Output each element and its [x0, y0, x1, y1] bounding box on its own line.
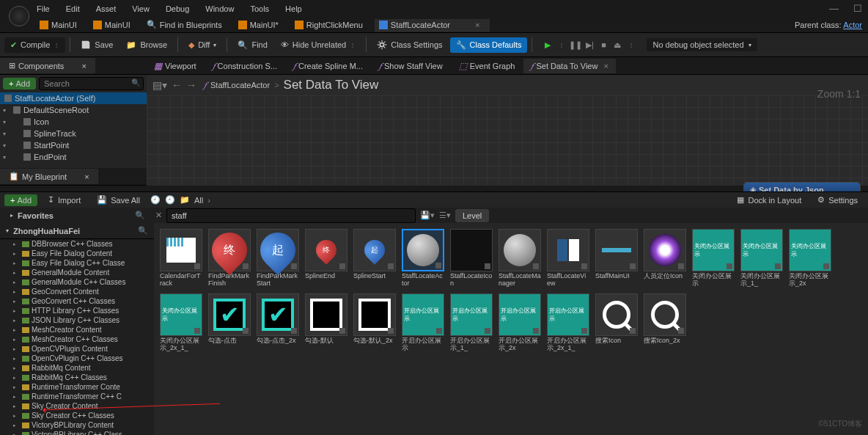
- folder-meshcreator-c-classes[interactable]: MeshCreator C++ Classes: [0, 335, 154, 344]
- filter-icon[interactable]: ☰▾: [439, 211, 451, 220]
- doctab-mainui[interactable]: MainUI: [89, 19, 141, 32]
- graphtab-set-data-to-view[interactable]: 𝑓Set Data To View×: [523, 59, 615, 73]
- folder-sky-creator-c-classes[interactable]: Sky Creator C++ Classes: [0, 411, 154, 420]
- cb-settings-button[interactable]: ⚙Settings: [812, 192, 864, 208]
- folder-victorybplibrary-c-class[interactable]: VictoryBPLibrary C++ Class: [0, 430, 154, 435]
- history-back-icon[interactable]: 🕘: [150, 195, 161, 205]
- folder-opencvplugin-content[interactable]: OpenCVPlugin Content: [0, 344, 154, 354]
- maximize-icon[interactable]: ☐: [853, 3, 862, 14]
- nav-back-icon[interactable]: ←: [172, 79, 182, 91]
- doctab-stafflocateactor[interactable]: StaffLocateActor×: [375, 19, 490, 32]
- asset--_1_[interactable]: 开启办公区展示开启办公区展示_1_: [450, 293, 493, 352]
- diff-button[interactable]: ◆Diff▾: [183, 37, 222, 53]
- asset--_2x_1_[interactable]: 开启办公区展示开启办公区展示_2x_1_: [547, 293, 589, 352]
- asset--[interactable]: 关闭办公区展示关闭办公区展示: [692, 229, 735, 288]
- play-button[interactable]: ▶: [541, 38, 554, 51]
- folder-easy-file-dialog-content[interactable]: Easy File Dialog Content: [0, 249, 154, 258]
- parent-class-link[interactable]: Actor: [843, 21, 862, 29]
- cb-saveall-button[interactable]: 💾Save All: [91, 192, 146, 208]
- graph-canvas[interactable]: ▸ Cast To StaffLocateView ◈Set Data by J…: [147, 95, 868, 186]
- folder-generalmodule-content[interactable]: GeneralModule Content: [0, 268, 154, 277]
- folder-icon[interactable]: 📁: [180, 195, 190, 205]
- save-search-icon[interactable]: 💾▾: [420, 211, 435, 220]
- asset--[interactable]: ✔勾选-点击: [208, 293, 251, 352]
- graphtab-construction-s-[interactable]: 𝑓Construction S...: [205, 59, 284, 73]
- folder-runtimetransformer-c-c[interactable]: RuntimeTransformer C++ C: [0, 392, 154, 401]
- dock-button[interactable]: ▦Dock in Layout: [731, 192, 807, 208]
- pause-button[interactable]: ❚❚: [569, 38, 582, 51]
- asset-stafflocateview[interactable]: StaffLocateView: [547, 229, 589, 288]
- menu-help[interactable]: Help: [285, 4, 302, 13]
- doctab-rightclickmenu[interactable]: RightClickMenu: [290, 19, 373, 32]
- component-stafflocateactor-self-[interactable]: StaffLocateActor (Self): [0, 92, 147, 104]
- asset-splinestart[interactable]: 起SplineStart: [353, 229, 396, 288]
- folder-meshcreator-content[interactable]: MeshCreator Content: [0, 325, 154, 335]
- asset-staffmainui[interactable]: StaffMainUI: [595, 229, 638, 288]
- eject-button[interactable]: ⏏: [611, 38, 624, 51]
- class-defaults-button[interactable]: 🔧Class Defaults: [450, 37, 528, 53]
- save-button[interactable]: Save: [75, 37, 119, 53]
- graphtab-event-graph[interactable]: ⬚Event Graph: [452, 59, 523, 73]
- asset-findparkmarkfinish[interactable]: 终FindParkMarkFinish: [208, 229, 251, 288]
- asset--_1_[interactable]: 关闭办公区展示关闭办公区展示_1_: [740, 229, 783, 288]
- level-button[interactable]: Level: [455, 209, 489, 222]
- menu-tools[interactable]: Tools: [250, 4, 269, 13]
- asset-splineend[interactable]: 终SplineEnd: [305, 229, 347, 288]
- asset-stafflocatemanager[interactable]: StaffLocateManager: [499, 229, 541, 288]
- asset--[interactable]: 开启办公区展示开启办公区展示: [402, 293, 444, 352]
- skip-button[interactable]: ▶|: [583, 38, 596, 51]
- cb-add-button[interactable]: + Add: [4, 194, 37, 206]
- asset--icon[interactable]: 人员定位Icon: [644, 229, 686, 288]
- component-splinetrack[interactable]: ▾SplineTrack: [0, 128, 147, 139]
- asset-stafflocateicon[interactable]: StaffLocateIcon: [450, 229, 493, 288]
- asset-stafflocateactor[interactable]: StaffLocateActor: [402, 229, 444, 288]
- components-tab[interactable]: ⊞Components×: [0, 58, 95, 73]
- folder-dbbrowser-c-classes[interactable]: DBBrowser C++ Classes: [0, 239, 154, 249]
- compile-button[interactable]: ✔Compile⋮: [4, 37, 65, 53]
- favorites-section[interactable]: Favorites: [18, 211, 54, 220]
- menu-edit[interactable]: Edit: [66, 4, 80, 13]
- folder-rabbitmq-c-classes[interactable]: RabbitMq C++ Classes: [0, 373, 154, 382]
- menu-view[interactable]: View: [132, 4, 150, 13]
- stop-button[interactable]: ■: [597, 38, 610, 51]
- component-endpoint[interactable]: ▾EndPoint: [0, 151, 147, 163]
- graphtab-viewport[interactable]: ▦Viewport: [147, 59, 204, 73]
- component-startpoint[interactable]: ▾StartPoint: [0, 139, 147, 151]
- asset-findparkmarkstart[interactable]: 起FindParkMarkStart: [257, 229, 299, 288]
- clear-search-icon[interactable]: ✕: [155, 211, 162, 220]
- folder-json-library-c-classes[interactable]: JSON Library C++ Classes: [0, 315, 154, 325]
- history-fwd-icon[interactable]: 🕘: [165, 195, 175, 205]
- breadcrumb-function[interactable]: Set Data To View: [284, 78, 379, 92]
- browse-button[interactable]: 📁Browse: [120, 37, 173, 53]
- class-settings-button[interactable]: Class Settings: [371, 37, 448, 53]
- asset--_2x[interactable]: 勾选-默认_2x: [353, 293, 396, 352]
- component-defaultsceneroot[interactable]: ▾DefaultSceneRoot: [0, 104, 147, 116]
- menu-debug[interactable]: Debug: [166, 4, 189, 13]
- menu-asset[interactable]: Asset: [96, 4, 117, 13]
- breadcrumb-menu-icon[interactable]: ▤▾: [152, 79, 167, 91]
- asset--_2x[interactable]: 开启办公区展示开启办公区展示_2x: [499, 293, 541, 352]
- asset--[interactable]: 勾选-默认: [305, 293, 347, 352]
- folder-victorybplibrary-content[interactable]: VictoryBPLibrary Content: [0, 420, 154, 430]
- doctab-mainui[interactable]: MainUI: [35, 19, 87, 32]
- project-root[interactable]: ZhongHuaHuaFei: [13, 227, 80, 235]
- nav-fwd-icon[interactable]: →: [186, 79, 196, 91]
- folder-easy-file-dialog-c-classe[interactable]: Easy File Dialog C++ Classe: [0, 258, 154, 268]
- folder-geoconvert-content[interactable]: GeoConvert Content: [0, 287, 154, 296]
- asset-calendarfortrack[interactable]: CalendarForTrack: [160, 229, 202, 288]
- asset--_2x[interactable]: ✔勾选-点击_2x: [257, 293, 299, 352]
- cb-import-button[interactable]: ↧Import: [42, 192, 87, 208]
- asset--icon[interactable]: 搜索Icon: [595, 293, 638, 352]
- asset--icon_2x[interactable]: 搜索Icon_2x: [644, 293, 686, 352]
- component-icon[interactable]: ▾Icon: [0, 116, 147, 128]
- menu-window[interactable]: Window: [205, 4, 234, 13]
- graphtab-show-staff-view[interactable]: 𝑓Show Staff View: [372, 59, 450, 73]
- component-search[interactable]: Search: [39, 77, 144, 90]
- add-component-button[interactable]: + Add: [3, 78, 36, 89]
- doctab-mainui-[interactable]: MainUI*: [234, 19, 289, 32]
- my-blueprint-tab[interactable]: 📋My Blueprint×: [0, 169, 98, 184]
- folder-geoconvert-c-classes[interactable]: GeoConvert C++ Classes: [0, 296, 154, 306]
- asset--_2x[interactable]: 关闭办公区展示关闭办公区展示_2x: [789, 229, 831, 288]
- folder-rabbitmq-content[interactable]: RabbitMq Content: [0, 363, 154, 373]
- breadcrumb-actor[interactable]: StaffLocateActor: [210, 81, 270, 89]
